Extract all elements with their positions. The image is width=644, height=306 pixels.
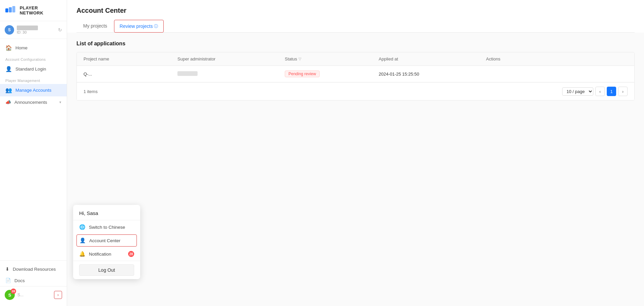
- chevron-right-icon: ›: [57, 293, 59, 297]
- popup-item-notification[interactable]: 🔔 Notification 28: [73, 247, 140, 261]
- page-1-button[interactable]: 1: [607, 87, 616, 96]
- page-size-select[interactable]: 10 / page 20 / page 50 / page: [562, 87, 593, 96]
- sidebar: PLAYER NETWORK S standardL... ID: 30 ↻ 🏠…: [0, 0, 67, 306]
- table-footer: 1 items 10 / page 20 / page 50 / page ‹ …: [77, 82, 634, 100]
- user-section[interactable]: S standardL... ID: 30 ↻: [0, 21, 67, 39]
- avatar: S: [5, 25, 14, 35]
- bottom-avatar: S 28: [5, 290, 15, 300]
- refresh-icon[interactable]: ↻: [58, 27, 62, 33]
- items-count: 1 items: [84, 89, 98, 94]
- logo-icon: [5, 6, 17, 15]
- globe-icon: 🌐: [79, 224, 86, 230]
- sidebar-item-manage-accounts[interactable]: 👥 Manage Accounts: [0, 84, 67, 96]
- popup-item-switch-language[interactable]: 🌐 Switch to Chinese: [73, 220, 140, 234]
- tab-my-projects[interactable]: My projects: [76, 20, 114, 33]
- tab-review-projects[interactable]: Review projects ⓘ: [114, 20, 164, 33]
- prev-page-button[interactable]: ‹: [595, 87, 605, 96]
- chevron-down-icon: ▾: [59, 100, 61, 104]
- sidebar-item-home[interactable]: 🏠 Home: [0, 42, 67, 54]
- svg-rect-0: [5, 8, 8, 12]
- nav-section: 🏠 Home Account Configurations 👤 Standard…: [0, 39, 67, 260]
- info-icon: ⓘ: [154, 24, 158, 29]
- section-account-label: Account Configurations: [0, 54, 67, 63]
- bottom-user-text: S...: [17, 293, 23, 297]
- list-title: List of applications: [76, 41, 635, 47]
- tabs: My projects Review projects ⓘ: [76, 20, 635, 33]
- sidebar-item-announcements[interactable]: 📣 Announcements ▾: [0, 96, 67, 108]
- download-icon: ⬇: [5, 266, 9, 272]
- popup-menu: Hi, Sasa 🌐 Switch to Chinese 👤 Account C…: [73, 205, 140, 279]
- svg-rect-1: [9, 7, 12, 12]
- sidebar-item-announcements-label: Announcements: [14, 100, 47, 105]
- logo-area: PLAYER NETWORK: [0, 0, 67, 21]
- home-icon: 🏠: [5, 45, 12, 51]
- cell-applied-at: 2024-01-25 15:25:50: [379, 72, 486, 77]
- sidebar-item-download-resources-label: Download Resources: [13, 267, 56, 272]
- super-admin-blurred: [177, 71, 198, 76]
- popup-notification-count: 28: [128, 251, 134, 257]
- applications-table: Project name Super administrator Status …: [76, 52, 635, 100]
- th-status: Status ▽: [285, 56, 379, 61]
- popup-item-account-center-wrapper[interactable]: 👤 Account Center: [76, 234, 137, 247]
- sidebar-item-docs-label: Docs: [14, 278, 25, 283]
- user-info: standardL... ID: 30: [17, 26, 55, 34]
- filter-icon[interactable]: ▽: [299, 57, 301, 61]
- docs-icon: 📄: [5, 278, 11, 283]
- sidebar-item-standard-login-label: Standard Login: [15, 67, 46, 72]
- notification-badge: 28: [11, 289, 16, 294]
- th-actions: Actions: [486, 56, 628, 61]
- cell-super-admin: [177, 71, 285, 77]
- section-player-label: Player Management: [0, 75, 67, 84]
- th-super-admin: Super administrator: [177, 56, 285, 61]
- status-badge: Pending review: [285, 71, 320, 77]
- app-name: PLAYER NETWORK: [20, 5, 61, 15]
- popup-greeting: Hi, Sasa: [73, 209, 140, 220]
- sidebar-item-home-label: Home: [15, 45, 28, 50]
- cell-project-name: Q-...: [84, 72, 177, 77]
- table-row: Q-... Pending review 2024-01-25 15:25:50: [77, 66, 634, 82]
- bell-icon: 🔔: [79, 251, 86, 257]
- cell-status: Pending review: [285, 71, 379, 77]
- sidebar-item-download-resources[interactable]: ⬇ Download Resources: [0, 263, 67, 275]
- popup-account-center-label: Account Center: [89, 238, 120, 243]
- main-content: Account Center My projects Review projec…: [67, 0, 644, 306]
- sidebar-item-docs[interactable]: 📄 Docs: [0, 275, 67, 286]
- account-center-icon: 👤: [79, 237, 86, 244]
- popup-notification-label: Notification: [89, 252, 111, 257]
- popup-switch-language-label: Switch to Chinese: [89, 225, 125, 230]
- popup-logout-section: Log Out: [73, 261, 140, 279]
- expand-button[interactable]: ›: [54, 291, 62, 299]
- table-header: Project name Super administrator Status …: [77, 52, 634, 66]
- next-page-button[interactable]: ›: [618, 87, 628, 96]
- popup-item-account-center[interactable]: 👤 Account Center: [77, 235, 137, 246]
- page-title: Account Center: [76, 7, 635, 14]
- th-project-name: Project name: [84, 56, 177, 61]
- user-name: standardL...: [17, 26, 55, 30]
- sidebar-item-manage-accounts-label: Manage Accounts: [15, 88, 51, 93]
- users-icon: 👥: [5, 87, 12, 93]
- sidebar-bottom: ⬇ Download Resources 📄 Docs S 28 S... ›: [0, 260, 67, 306]
- th-applied-at: Applied at: [379, 56, 486, 61]
- svg-rect-2: [12, 6, 15, 12]
- logout-button[interactable]: Log Out: [79, 264, 134, 276]
- announcements-icon: 📣: [5, 99, 11, 105]
- announcements-left: 📣 Announcements: [5, 99, 47, 105]
- sidebar-item-standard-login[interactable]: 👤 Standard Login: [0, 63, 67, 75]
- user-id: ID: 30: [17, 30, 55, 34]
- page-header: Account Center My projects Review projec…: [67, 0, 644, 33]
- bottom-user-row[interactable]: S 28 S... ›: [0, 286, 67, 303]
- pagination: 10 / page 20 / page 50 / page ‹ 1 ›: [562, 87, 628, 96]
- person-icon: 👤: [5, 66, 12, 72]
- content-area: List of applications Project name Super …: [67, 33, 644, 306]
